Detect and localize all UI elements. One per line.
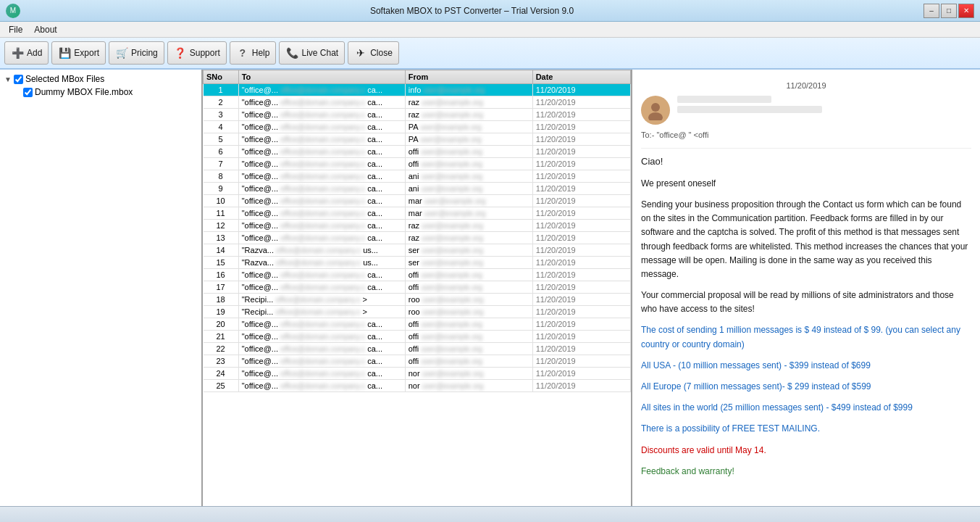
menu-about[interactable]: About [28,23,62,36]
cell-from: raz user@example.org [405,96,532,109]
livechat-button[interactable]: 📞 Live Chat [279,41,345,65]
table-row[interactable]: 21 "office@... office@domain.company.c c… [204,331,631,343]
table-row[interactable]: 3 "office@... office@domain.company.c ca… [204,109,631,121]
tree-expand-icon[interactable]: ▼ [4,75,12,83]
cell-date: 11/20/2019 [532,306,630,318]
cell-sno: 19 [204,306,239,318]
table-row[interactable]: 7 "office@... office@domain.company.c ca… [204,158,631,170]
cell-sno: 3 [204,109,239,121]
table-row[interactable]: 17 "office@... office@domain.company.c c… [204,281,631,294]
cell-from: mar user@example.org [405,207,532,220]
add-button[interactable]: ➕ Add [4,41,49,65]
pricing-button[interactable]: 🛒 Pricing [109,41,164,65]
close-window-button[interactable]: ✕ [958,4,974,18]
cell-date: 11/20/2019 [532,121,630,133]
menu-file[interactable]: File [3,23,28,36]
cell-sno: 7 [204,158,239,170]
col-to: To [238,70,405,84]
cell-date: 11/20/2019 [532,146,630,158]
child-checkbox[interactable] [23,88,33,97]
cell-from: offi user@example.org [405,158,532,170]
cell-from: offi user@example.org [405,343,532,355]
table-row[interactable]: 15 "Razva... office@domain.company.c us.… [204,257,631,269]
cell-from: nor user@example.org [405,368,532,380]
help-label: Help [252,48,270,58]
tree-child-item[interactable]: Dummy MBOX File.mbox [3,86,198,99]
table-row[interactable]: 9 "office@... office@domain.company.c ca… [204,183,631,195]
cell-sno: 5 [204,133,239,146]
svg-point-1 [648,112,663,120]
cell-to: "Recipi... office@domain.company.c > [238,294,405,306]
cell-date: 11/20/2019 [532,257,630,269]
cell-date: 11/20/2019 [532,109,630,121]
root-checkbox[interactable] [14,75,23,84]
livechat-icon: 📞 [285,46,298,59]
table-row[interactable]: 5 "office@... office@domain.company.c ca… [204,133,631,146]
cell-date: 11/20/2019 [532,244,630,257]
table-row[interactable]: 8 "office@... office@domain.company.c ca… [204,170,631,183]
cell-to: "office@... office@domain.company.c ca..… [238,121,405,133]
cell-date: 11/20/2019 [532,343,630,355]
email-pricing4: All sites in the world (25 million messa… [641,401,971,415]
email-pricing5: There is a possibility of FREE TEST MAIL… [641,422,971,436]
email-pricing1: The cost of sending 1 million messages i… [641,323,971,351]
table-row[interactable]: 10 "office@... office@domain.company.c c… [204,195,631,207]
support-button[interactable]: ❓ Support [167,41,227,65]
table-row[interactable]: 14 "Razva... office@domain.company.c us.… [204,244,631,257]
help-button[interactable]: ? Help [230,41,277,65]
cell-sno: 8 [204,170,239,183]
cell-sno: 1 [204,84,239,96]
maximize-button[interactable]: □ [941,4,957,18]
minimize-button[interactable]: – [924,4,939,18]
add-icon: ➕ [11,46,24,59]
left-panel: ▼ Selected MBox Files Dummy MBOX File.mb… [0,70,203,506]
cell-to: "office@... office@domain.company.c ca..… [238,109,405,121]
table-row[interactable]: 4 "office@... office@domain.company.c ca… [204,121,631,133]
cell-to: "office@... office@domain.company.c ca..… [238,133,405,146]
table-row[interactable]: 22 "office@... office@domain.company.c c… [204,343,631,355]
main-area: ▼ Selected MBox Files Dummy MBOX File.mb… [0,70,980,506]
cell-to: "office@... office@domain.company.c ca..… [238,96,405,109]
cell-to: "office@... office@domain.company.c ca..… [238,380,405,392]
cell-date: 11/20/2019 [532,232,630,244]
cell-to: "office@... office@domain.company.c ca..… [238,158,405,170]
cell-to: "office@... office@domain.company.c ca..… [238,220,405,232]
email-body2: Your commercial proposal will be read by… [641,289,971,316]
table-row[interactable]: 16 "office@... office@domain.company.c c… [204,269,631,281]
cell-from: PA user@example.org [405,121,532,133]
table-row[interactable]: 18 "Recipi... office@domain.company.c > … [204,294,631,306]
table-row[interactable]: 6 "office@... office@domain.company.c ca… [204,146,631,158]
cell-date: 11/20/2019 [532,294,630,306]
export-icon: 💾 [58,46,71,59]
menu-bar: File About [0,22,980,38]
table-row[interactable]: 13 "office@... office@domain.company.c c… [204,232,631,244]
cell-from: offi user@example.org [405,355,532,368]
pricing-label: Pricing [131,48,158,58]
table-row[interactable]: 23 "office@... office@domain.company.c c… [204,355,631,368]
email-subtitle: We present oneself [641,177,971,191]
right-panel: 11/20/2019 To:- "office@ " <offi [632,70,980,506]
close-button[interactable]: ✈ Close [348,41,399,65]
cell-from: raz user@example.org [405,109,532,121]
table-row[interactable]: 20 "office@... office@domain.company.c c… [204,318,631,331]
table-row[interactable]: 12 "office@... office@domain.company.c c… [204,220,631,232]
table-row[interactable]: 19 "Recipi... office@domain.company.c > … [204,306,631,318]
email-greeting: Ciao! [641,154,971,170]
table-row[interactable]: 24 "office@... office@domain.company.c c… [204,368,631,380]
cell-from: mar user@example.org [405,195,532,207]
cell-to: "Razva... office@domain.company.c us... [238,244,405,257]
table-row[interactable]: 2 "office@... office@domain.company.c ca… [204,96,631,109]
cell-date: 11/20/2019 [532,368,630,380]
cell-from: offi user@example.org [405,318,532,331]
table-row[interactable]: 1 "office@... office@domain.company.c ca… [204,84,631,96]
export-button[interactable]: 💾 Export [51,41,106,65]
cell-sno: 23 [204,355,239,368]
cell-to: "Recipi... office@domain.company.c > [238,306,405,318]
email-table-scroll[interactable]: SNo To From Date 1 "office@... office@do… [203,70,631,506]
avatar [641,96,670,125]
tree-root-item[interactable]: ▼ Selected MBox Files [3,72,198,86]
close-label: Close [370,48,393,58]
table-row[interactable]: 11 "office@... office@domain.company.c c… [204,207,631,220]
cell-to: "office@... office@domain.company.c ca..… [238,207,405,220]
table-row[interactable]: 25 "office@... office@domain.company.c c… [204,380,631,392]
